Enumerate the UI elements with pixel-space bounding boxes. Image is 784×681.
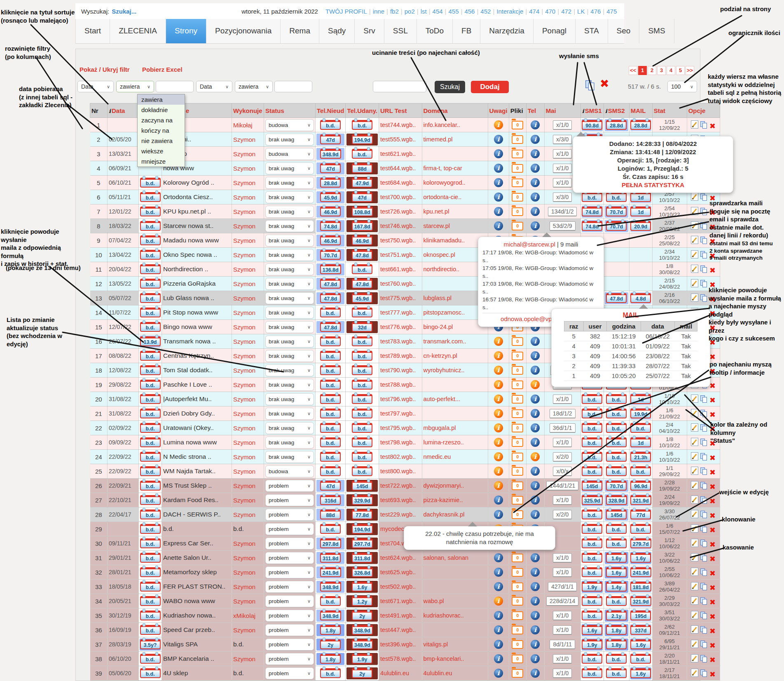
- notes-info-icon[interactable]: i: [494, 640, 503, 649]
- dropdown-option[interactable]: zawiera: [138, 94, 185, 105]
- column-header-data[interactable]: iData: [108, 103, 139, 118]
- calendar-chip[interactable]: b.d.: [352, 394, 372, 404]
- cell-url-test[interactable]: test789.wgb..: [379, 349, 422, 363]
- calendar-chip[interactable]: b.d.: [352, 423, 372, 433]
- calendar-chip[interactable]: b.d.: [140, 582, 161, 592]
- cell-tel-success[interactable]: b.d.: [346, 363, 379, 378]
- cell-date[interactable]: 13/04/22: [108, 248, 139, 262]
- search-button[interactable]: Szukaj: [435, 81, 465, 93]
- cell-last-mail[interactable]: b.d.: [139, 551, 162, 565]
- tab-start[interactable]: Start: [75, 19, 110, 43]
- cell-tel-failed[interactable]: b.d.: [316, 118, 346, 132]
- tab-fb[interactable]: FB: [453, 19, 480, 43]
- cell-sms1[interactable]: b.d.: [580, 392, 604, 406]
- calendar-chip[interactable]: b.d.: [140, 250, 161, 260]
- phone-info-icon[interactable]: i: [531, 467, 540, 476]
- cell-mail[interactable]: 321.9d: [629, 594, 652, 608]
- clone-icon[interactable]: [700, 280, 707, 287]
- delete-icon[interactable]: ✖: [709, 122, 716, 130]
- cell-last-mail[interactable]: b.d.: [139, 666, 162, 681]
- calendar-chip[interactable]: b.d.: [606, 466, 627, 477]
- cell-last-mail[interactable]: b.d.: [139, 479, 162, 493]
- calendar-chip[interactable]: b.d.: [140, 308, 161, 318]
- status-select[interactable]: budowa∨: [265, 148, 314, 160]
- calendar-chip[interactable]: 1.6y: [630, 668, 651, 679]
- calendar-chip[interactable]: b.d.: [140, 452, 161, 462]
- calendar-chip[interactable]: b.d.: [140, 423, 161, 433]
- calendar-chip[interactable]: 145d: [352, 481, 372, 491]
- edit-icon[interactable]: [691, 596, 698, 605]
- cell-mail[interactable]: 181.8d: [629, 580, 652, 594]
- notes-info-icon[interactable]: i: [494, 395, 503, 404]
- calendar-chip[interactable]: 47.9d: [352, 178, 372, 188]
- clone-icon[interactable]: [700, 669, 707, 677]
- edit-icon[interactable]: [691, 568, 698, 576]
- cell-date[interactable]: 16/09/19: [108, 623, 139, 637]
- cell-stats[interactable]: 2/1606/10/22: [652, 291, 687, 305]
- phone-info-icon[interactable]: i: [531, 640, 540, 649]
- cell-stats[interactable]: 1/610/10/22: [652, 450, 687, 464]
- cell-date[interactable]: 07/04/22: [108, 233, 139, 248]
- calendar-chip[interactable]: 329.9d: [352, 495, 373, 505]
- delete-icon[interactable]: ✖: [709, 642, 716, 649]
- calendar-chip[interactable]: 77d: [630, 510, 651, 520]
- copy-all-icon[interactable]: [585, 80, 595, 90]
- delete-icon[interactable]: ✖: [709, 613, 716, 620]
- notes-info-icon[interactable]: i: [494, 438, 503, 447]
- clone-icon[interactable]: [700, 540, 707, 547]
- phone-info-icon[interactable]: i: [531, 553, 540, 562]
- delete-icon[interactable]: ✖: [709, 584, 716, 592]
- cell-tel-success[interactable]: b.d.: [346, 421, 379, 435]
- status-select[interactable]: brak uwag∨: [265, 162, 314, 174]
- cell-sms1[interactable]: b.d.: [580, 421, 604, 435]
- cell-date[interactable]: 18/03/22: [108, 219, 139, 233]
- cell-url-test[interactable]: test746.wgb..: [379, 219, 422, 233]
- calendar-chip[interactable]: 321.9d: [630, 495, 651, 505]
- notes-info-icon[interactable]: i: [494, 625, 503, 634]
- notes-info-icon[interactable]: i: [494, 178, 503, 187]
- cell-sms2[interactable]: b.d.: [604, 522, 629, 536]
- cell-sms2[interactable]: [604, 248, 629, 262]
- notes-info-icon[interactable]: i: [494, 366, 503, 375]
- cell-date[interactable]: 09/09/22: [108, 435, 139, 450]
- cell-domain[interactable]: nmedic.eu: [422, 450, 488, 464]
- cell-last-mail[interactable]: b.d.: [139, 378, 162, 392]
- files-folder-icon[interactable]: 0: [512, 481, 523, 490]
- clone-icon[interactable]: [700, 410, 707, 417]
- cell-last-mail[interactable]: b.d.: [139, 320, 162, 334]
- cell-last-mail[interactable]: b.d.: [139, 464, 162, 479]
- cell-name[interactable]: Anette Salon Ur..: [162, 551, 232, 565]
- cell-date[interactable]: 02/05/20: [108, 132, 139, 147]
- phone-info-icon[interactable]: i: [531, 568, 540, 577]
- cell-name[interactable]: Express Car Ser..: [162, 536, 232, 551]
- cell-last-mail[interactable]: b.d.: [139, 291, 162, 305]
- delete-icon[interactable]: ✖: [709, 570, 716, 577]
- filter-op-select-2[interactable]: zawiera∨: [235, 81, 273, 92]
- calendar-chip[interactable]: b.d.: [140, 625, 161, 635]
- cell-name[interactable]: Pizzeria GoRajska: [162, 277, 232, 291]
- dropdown-option[interactable]: mniejsze: [138, 156, 185, 167]
- notes-info-icon[interactable]: i: [494, 149, 503, 158]
- calendar-chip[interactable]: 311.8d: [320, 553, 341, 563]
- clone-icon[interactable]: [700, 482, 707, 489]
- cell-tel-failed[interactable]: b.d.: [316, 392, 346, 406]
- cell-url-test[interactable]: test396.wgb..: [379, 637, 422, 652]
- status-select[interactable]: problem∨: [265, 624, 314, 636]
- calendar-chip[interactable]: 2y: [320, 639, 341, 650]
- cell-name[interactable]: |Autoperfekt Mu..: [162, 392, 232, 406]
- filter-field-select-2[interactable]: Data∨: [196, 81, 232, 92]
- cell-last-mail[interactable]: b.d.: [139, 450, 162, 464]
- cell-tel-failed[interactable]: b.d.: [316, 421, 346, 435]
- status-select[interactable]: problem∨: [265, 523, 314, 535]
- cell-tel-success[interactable]: b.d.: [346, 378, 379, 392]
- cell-name[interactable]: WABO nowa www: [162, 594, 232, 608]
- cell-tel-failed[interactable]: 46.9d: [316, 233, 346, 248]
- cell-tel-success[interactable]: b.d.: [346, 118, 379, 132]
- cell-url-test[interactable]: test229.wgb..: [379, 507, 422, 522]
- cell-date[interactable]: 31/08/22: [108, 406, 139, 421]
- cell-domain[interactable]: info.kancelar..: [422, 118, 488, 132]
- mail-send-button[interactable]: 144d/1/21: [546, 481, 578, 491]
- delete-icon[interactable]: ✖: [709, 382, 716, 390]
- calendar-chip[interactable]: 1.9y: [582, 582, 602, 592]
- cell-name[interactable]: BMP Kancelaria ..: [162, 652, 232, 666]
